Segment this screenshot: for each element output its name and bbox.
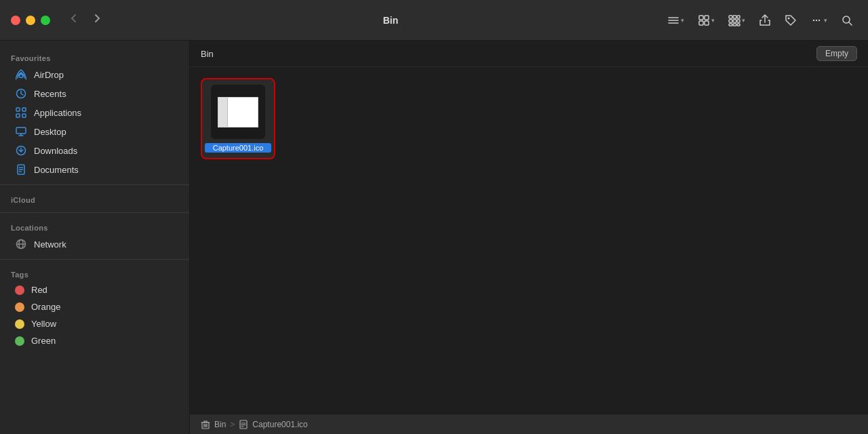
sidebar-item-green[interactable]: Green xyxy=(4,332,185,349)
grid-view-caret: ▾ xyxy=(711,17,715,24)
search-button[interactable] xyxy=(837,12,857,29)
close-button[interactable] xyxy=(11,16,20,25)
network-icon xyxy=(15,238,27,250)
sidebar-item-red[interactable]: Red xyxy=(4,281,185,298)
more-button[interactable]: ▾ xyxy=(806,12,831,29)
svg-point-17 xyxy=(813,19,814,20)
desktop-icon xyxy=(15,125,27,138)
sidebar-item-network-label: Network xyxy=(34,239,66,250)
bin-status-icon xyxy=(201,420,210,429)
sidebar-item-airdrop-label: AirDrop xyxy=(34,70,64,80)
file-label: Capture001.ico xyxy=(205,143,271,153)
main-layout: Favourites AirDrop Recents xyxy=(0,41,868,434)
svg-rect-9 xyxy=(737,16,740,18)
downloads-icon xyxy=(15,144,27,157)
orange-tag-dot xyxy=(15,302,24,312)
tags-label: Tags xyxy=(0,265,189,281)
svg-line-21 xyxy=(849,22,852,25)
svg-rect-7 xyxy=(729,16,732,18)
svg-rect-27 xyxy=(22,114,26,117)
svg-rect-28 xyxy=(16,127,26,134)
svg-rect-26 xyxy=(16,114,20,117)
file-icon-wrapper xyxy=(211,85,265,139)
sidebar-item-applications-label: Applications xyxy=(34,108,81,118)
sidebar-item-documents-label: Documents xyxy=(34,165,79,175)
svg-point-19 xyxy=(818,19,820,20)
sidebar-item-green-label: Green xyxy=(31,336,56,346)
svg-rect-4 xyxy=(705,16,709,20)
window-controls xyxy=(11,16,50,25)
file-item[interactable]: Capture001.ico xyxy=(201,78,275,159)
documents-icon xyxy=(15,163,27,176)
svg-point-22 xyxy=(20,75,23,78)
file-status-icon xyxy=(239,420,248,429)
sidebar-item-downloads[interactable]: Downloads xyxy=(4,141,185,160)
more-caret: ▾ xyxy=(824,17,827,24)
list-view-caret: ▾ xyxy=(681,17,684,24)
content-area: Bin Empty Capture001.ico xyxy=(190,41,868,434)
svg-rect-10 xyxy=(729,20,732,22)
sidebar-item-yellow[interactable]: Yellow xyxy=(4,315,185,332)
list-view-button[interactable]: ▾ xyxy=(663,12,688,29)
titlebar: Bin ▾ ▾ xyxy=(0,0,868,41)
sidebar-item-recents[interactable]: Recents xyxy=(4,84,185,103)
file-preview xyxy=(218,97,258,127)
svg-rect-14 xyxy=(733,24,736,26)
sidebar-item-downloads-label: Downloads xyxy=(34,146,77,156)
sidebar-item-network[interactable]: Network xyxy=(4,235,185,254)
red-tag-dot xyxy=(15,285,24,295)
sidebar-divider-2 xyxy=(0,212,189,213)
sidebar-item-desktop[interactable]: Desktop xyxy=(4,122,185,141)
content-body: Capture001.ico xyxy=(190,67,868,414)
svg-rect-25 xyxy=(22,108,26,111)
sidebar-divider-1 xyxy=(0,184,189,185)
svg-rect-24 xyxy=(16,108,20,111)
green-tag-dot xyxy=(15,336,24,346)
sidebar-item-orange[interactable]: Orange xyxy=(4,298,185,315)
content-title: Bin xyxy=(201,49,214,59)
statusbar: Bin > Capture001.ico xyxy=(190,414,868,434)
svg-rect-13 xyxy=(729,24,732,26)
file-preview-inner xyxy=(218,98,228,127)
svg-rect-3 xyxy=(699,16,703,20)
sidebar-item-documents[interactable]: Documents xyxy=(4,160,185,179)
status-bin-label: Bin xyxy=(214,420,226,429)
tag-button[interactable] xyxy=(781,12,801,29)
share-button[interactable] xyxy=(755,12,775,29)
forward-button[interactable] xyxy=(87,9,107,31)
maximize-button[interactable] xyxy=(41,16,50,25)
sidebar-item-applications[interactable]: Applications xyxy=(4,103,185,122)
svg-rect-6 xyxy=(705,21,709,25)
status-file-label: Capture001.ico xyxy=(252,420,307,429)
sidebar-item-yellow-label: Yellow xyxy=(31,319,56,329)
content-header: Bin Empty xyxy=(190,41,868,67)
toolbar-icons: ▾ ▾ ▾ xyxy=(663,12,857,29)
empty-button[interactable]: Empty xyxy=(816,46,857,61)
recents-icon xyxy=(15,87,27,100)
svg-rect-12 xyxy=(737,20,740,22)
sidebar-item-orange-label: Orange xyxy=(31,302,60,312)
svg-point-18 xyxy=(816,19,817,20)
sidebar-item-desktop-label: Desktop xyxy=(34,127,66,137)
airdrop-icon xyxy=(15,68,27,81)
svg-rect-11 xyxy=(733,20,736,22)
yellow-tag-dot xyxy=(15,319,24,329)
window-title: Bin xyxy=(118,15,663,26)
back-button[interactable] xyxy=(64,9,84,31)
sidebar: Favourites AirDrop Recents xyxy=(0,41,190,434)
group-button[interactable]: ▾ xyxy=(724,12,749,29)
grid-view-button[interactable]: ▾ xyxy=(694,12,719,29)
svg-rect-5 xyxy=(699,21,703,25)
svg-rect-15 xyxy=(737,24,740,26)
sidebar-divider-3 xyxy=(0,259,189,260)
minimize-button[interactable] xyxy=(26,16,35,25)
applications-icon xyxy=(15,106,27,119)
status-separator: > xyxy=(230,420,235,429)
icloud-label: iCloud xyxy=(0,191,189,207)
sidebar-item-recents-label: Recents xyxy=(34,89,66,99)
sidebar-item-airdrop[interactable]: AirDrop xyxy=(4,65,185,84)
nav-buttons xyxy=(64,9,107,31)
svg-rect-8 xyxy=(733,16,736,18)
group-caret: ▾ xyxy=(742,17,745,24)
sidebar-item-red-label: Red xyxy=(31,285,47,295)
